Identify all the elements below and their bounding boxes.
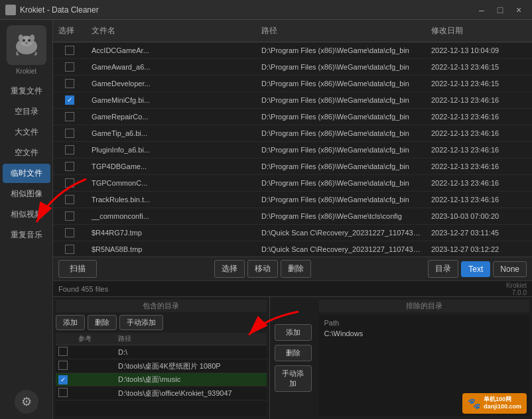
sidebar-item-similar-videos[interactable]: 相似视频 <box>3 205 50 224</box>
table-row[interactable]: GameTip_a6.bi...D:\Program Files (x86)\W… <box>53 125 532 142</box>
app-logo <box>7 25 46 65</box>
row-path: D:\Program Files (x86)\WeGame\data\cfg_b… <box>256 61 426 73</box>
row-checkbox[interactable] <box>65 79 74 88</box>
row-filename: AccIDCGameAr... <box>86 44 256 56</box>
sidebar-item-empty-files[interactable]: 空文件 <box>3 143 50 162</box>
found-files-status: Found 455 files <box>58 285 108 293</box>
row-checkbox-cell <box>53 44 86 57</box>
row-checkbox[interactable] <box>65 145 74 154</box>
include-add-button[interactable]: 添加 <box>56 315 85 330</box>
table-row[interactable]: GameMiniCfg.bi...D:\Program Files (x86)\… <box>53 92 532 109</box>
dir-row-checkbox[interactable] <box>58 347 68 356</box>
include-delete-button[interactable]: 删除 <box>88 315 117 330</box>
middle-manual-add-button[interactable]: 手动添加 <box>275 365 312 392</box>
table-row[interactable]: TGPCommonC...D:\Program Files (x86)\WeGa… <box>53 175 532 192</box>
dir-row-checkbox-cell <box>58 361 78 371</box>
row-path: D:\Quick Scan C\Recovery_20231227_110743… <box>256 243 426 255</box>
dir-row-checkbox[interactable] <box>58 361 68 370</box>
dir-row-checkbox-cell <box>58 375 78 385</box>
include-dirs-panel: 包含的目录 添加 删除 手动添加 参考 路径 D:\D:\tools\桌面4K <box>53 297 270 419</box>
row-checkbox[interactable] <box>65 211 74 221</box>
row-path: D:\Program Files (x86)\WeGame\data\cfg_b… <box>256 160 426 172</box>
row-filename: TGP4DBGame... <box>86 160 256 172</box>
row-checkbox[interactable] <box>65 46 74 55</box>
table-row[interactable]: __commonconfi...D:\Program Files (x86)\W… <box>53 208 532 225</box>
bottom-toolbar: 扫描 选择 移动 删除 目录 Text None <box>53 257 532 280</box>
dir-row-checkbox[interactable] <box>58 388 68 397</box>
table-row[interactable]: TrackRules.bin.t...D:\Program Files (x86… <box>53 192 532 208</box>
delete-button[interactable]: 删除 <box>281 260 311 278</box>
row-checkbox[interactable] <box>65 195 74 204</box>
dir-button[interactable]: 目录 <box>428 260 458 278</box>
minimize-button[interactable]: – <box>474 3 490 17</box>
gear-icon: ⚙ <box>21 394 32 409</box>
sidebar-item-temp-files[interactable]: 临时文件 <box>3 164 50 183</box>
settings-button[interactable]: ⚙ <box>15 390 38 414</box>
include-dir-row[interactable]: D:\ <box>56 345 267 359</box>
header-filename: 文件名 <box>86 23 256 39</box>
include-manual-add-button[interactable]: 手动添加 <box>119 315 163 330</box>
row-checkbox[interactable] <box>65 228 74 237</box>
close-button[interactable]: × <box>511 3 527 17</box>
row-checkbox[interactable] <box>65 162 74 171</box>
row-checkbox[interactable] <box>65 178 74 188</box>
middle-add-button[interactable]: 添加 <box>275 324 312 341</box>
include-dir-row[interactable]: D:\tools\桌面4K壁纸图片 1080P <box>56 359 267 373</box>
row-checkbox-cell <box>53 93 86 107</box>
sidebar-brand: Krokiet <box>16 68 36 75</box>
table-row[interactable]: GameAward_a6...D:\Program Files (x86)\We… <box>53 59 532 76</box>
dir-row-checkbox[interactable] <box>58 375 68 385</box>
select-button[interactable]: 选择 <box>214 260 245 278</box>
middle-delete-button[interactable]: 删除 <box>275 345 312 361</box>
table-row[interactable]: GameRepairCo...D:\Program Files (x86)\We… <box>53 109 532 125</box>
move-button[interactable]: 移动 <box>247 260 278 278</box>
header-date: 修改日期 <box>426 23 532 39</box>
table-row[interactable]: $R5NA58B.tmpD:\Quick Scan C\Recovery_202… <box>53 241 532 257</box>
maximize-button[interactable]: □ <box>492 3 508 17</box>
row-date: 2022-12-13 23:46:16 <box>426 194 532 206</box>
sidebar-item-large-files[interactable]: 大文件 <box>3 123 50 142</box>
scan-button[interactable]: 扫描 <box>58 260 97 278</box>
dir-row-path: D:\tools\桌面\office\Krokiet_939047 <box>118 389 264 398</box>
include-dir-list[interactable]: 参考 路径 D:\D:\tools\桌面4K壁纸图片 1080PD:\tools… <box>56 333 267 416</box>
sidebar-item-similar-images[interactable]: 相似图像 <box>3 184 50 204</box>
row-filename: GameRepairCo... <box>86 111 256 123</box>
include-dir-list-header: 参考 路径 <box>56 333 267 345</box>
lower-section: 包含的目录 添加 删除 手动添加 参考 路径 D:\D:\tools\桌面4K <box>53 296 532 419</box>
window-title: Krokiet - Data Cleaner <box>20 5 474 15</box>
middle-buttons-panel: 添加 删除 手动添加 <box>270 297 316 419</box>
version-label: Krokiet 7.0.0 <box>506 282 527 296</box>
row-checkbox[interactable] <box>65 62 74 72</box>
row-checkbox[interactable] <box>65 95 74 105</box>
include-dir-row[interactable]: D:\tools\桌面\office\Krokiet_939047 <box>56 387 267 400</box>
row-date: 2022-12-13 23:46:16 <box>426 94 532 106</box>
row-checkbox-cell <box>53 210 86 223</box>
table-row[interactable]: AccIDCGameAr...D:\Program Files (x86)\We… <box>53 42 532 59</box>
row-date: 2023-12-27 03:12:22 <box>426 243 532 255</box>
row-checkbox[interactable] <box>65 112 74 121</box>
sidebar-item-empty-dirs[interactable]: 空目录 <box>3 102 50 121</box>
app-icon <box>5 5 16 15</box>
row-date: 2023-12-27 03:11:45 <box>426 227 532 239</box>
table-row[interactable]: $R44RG7J.tmpD:\Quick Scan C\Recovery_202… <box>53 225 532 241</box>
row-path: D:\Quick Scan C\Recovery_20231227_110743… <box>256 227 426 239</box>
main-content: 选择 文件名 路径 修改日期 AccIDCGameAr...D:\Program… <box>53 20 532 419</box>
table-row[interactable]: PluginInfo_a6.bi...D:\Program Files (x86… <box>53 142 532 158</box>
title-bar: Krokiet - Data Cleaner – □ × <box>0 0 532 20</box>
status-bar: Found 455 files Krokiet 7.0.0 <box>53 280 532 296</box>
file-table-body[interactable]: AccIDCGameAr...D:\Program Files (x86)\We… <box>53 42 532 257</box>
row-checkbox[interactable] <box>65 245 74 254</box>
dir-row-checkbox-cell <box>58 388 78 398</box>
none-button[interactable]: None <box>493 261 527 277</box>
table-row[interactable]: GameDeveloper...D:\Program Files (x86)\W… <box>53 76 532 92</box>
include-dir-row[interactable]: D:\tools\桌面\music <box>56 373 267 387</box>
row-checkbox-cell <box>53 143 86 156</box>
table-row[interactable]: TGP4DBGame...D:\Program Files (x86)\WeGa… <box>53 158 532 175</box>
sidebar-item-duplicate-music[interactable]: 重复音乐 <box>3 225 50 245</box>
watermark: 🐾 单机100网danji100.com <box>462 393 527 414</box>
text-button[interactable]: Text <box>461 261 490 277</box>
sidebar-item-duplicate-files[interactable]: 重复文件 <box>3 82 50 101</box>
row-path: D:\Program Files (x86)\WeGame\data\cfg_b… <box>256 194 426 206</box>
row-checkbox[interactable] <box>65 129 74 138</box>
row-date: 2022-12-13 23:46:16 <box>426 177 532 189</box>
